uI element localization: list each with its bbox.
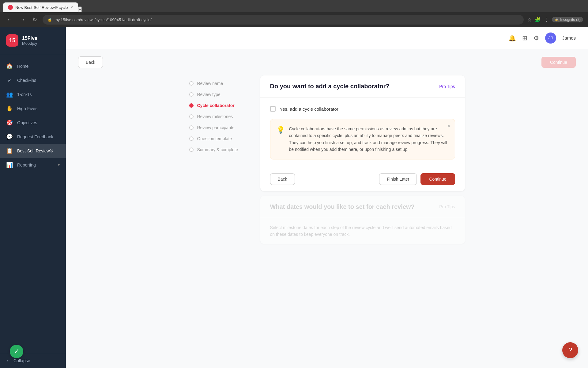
- active-tab[interactable]: New Best-Self Review® cycle ×: [3, 2, 78, 12]
- card-header-milestones: What dates would you like to set for eac…: [260, 196, 465, 218]
- request-feedback-icon: 💬: [6, 133, 13, 140]
- sidebar-label-home: Home: [17, 64, 28, 69]
- incognito-label: Incognito (2): [560, 17, 581, 22]
- top-nav-row: Back Continue: [78, 56, 576, 68]
- collapse-button[interactable]: ← Collapse: [6, 358, 60, 363]
- step-label-review-name: Review name: [197, 81, 223, 86]
- checkbox-label-collaborator: Yes, add a cycle collaborator: [280, 106, 338, 112]
- cycle-collaborator-card: Do you want to add a cycle collaborator?…: [260, 75, 465, 191]
- step-dot-review-participants: [189, 125, 194, 130]
- tab-close-button[interactable]: ×: [70, 5, 73, 10]
- objectives-icon: 🎯: [6, 119, 13, 126]
- browser-right-icons: ☆ 🧩 ⋮ 🕵 Incognito (2): [527, 17, 583, 23]
- step-label-cycle-collaborator: Cycle collaborator: [197, 103, 235, 108]
- app-container: 15 15Five Moodjoy 🏠 Home ✓ Check-ins 👥 1…: [0, 27, 588, 368]
- sidebar-item-1on1s[interactable]: 👥 1-on-1s: [0, 87, 66, 102]
- bookmark-icon[interactable]: ☆: [527, 17, 532, 23]
- incognito-badge: 🕵 Incognito (2): [552, 17, 583, 22]
- step-dot-review-type: [189, 92, 194, 97]
- sidebar-label-best-self-review: Best-Self Review®: [17, 148, 53, 153]
- step-dot-question-template: [189, 136, 194, 141]
- notification-icon[interactable]: 🔔: [508, 34, 516, 42]
- sidebar-item-checkins[interactable]: ✓ Check-ins: [0, 73, 66, 87]
- sidebar-item-request-feedback[interactable]: 💬 Request Feedback: [0, 130, 66, 144]
- tab-title: New Best-Self Review® cycle: [15, 5, 68, 10]
- card-title-milestones: What dates would you like to set for eac…: [270, 203, 415, 210]
- sidebar-label-1on1s: 1-on-1s: [17, 92, 32, 97]
- pro-tips-link[interactable]: Pro Tips: [439, 84, 455, 89]
- card-header-collaborator: Do you want to add a cycle collaborator?…: [260, 75, 465, 98]
- org-name: Moodjoy: [22, 41, 37, 46]
- sidebar-logo: 15 15Five Moodjoy: [0, 27, 66, 54]
- step-label-summary-complete: Summary & complete: [197, 147, 238, 152]
- grid-icon[interactable]: ⊞: [522, 34, 527, 42]
- sidebar-item-high-fives[interactable]: ✋ High Fives: [0, 102, 66, 116]
- card-body-collaborator: Yes, add a cycle collaborator 💡 Cycle co…: [260, 98, 465, 167]
- menu-icon[interactable]: ⋮: [544, 17, 549, 23]
- home-icon: 🏠: [6, 63, 13, 70]
- sidebar-logo-text: 15Five Moodjoy: [22, 36, 37, 46]
- step-summary-complete[interactable]: Summary & complete: [189, 144, 251, 155]
- step-label-question-template: Question template: [197, 136, 232, 141]
- info-close-button[interactable]: ×: [447, 123, 450, 129]
- page-area: Back Continue Review name Review type: [66, 49, 588, 368]
- sidebar-label-objectives: Objectives: [17, 120, 37, 125]
- add-collaborator-checkbox[interactable]: [270, 106, 276, 112]
- user-initials: JJ: [548, 36, 553, 40]
- reporting-chevron: ▾: [58, 163, 60, 167]
- settings-icon[interactable]: ⚙: [533, 34, 539, 42]
- sidebar-label-reporting: Reporting: [17, 163, 36, 167]
- step-review-participants[interactable]: Review participants: [189, 122, 251, 133]
- action-buttons: Finish Later Continue: [379, 173, 455, 185]
- sidebar-item-reporting[interactable]: 📊 Reporting ▾: [0, 158, 66, 172]
- support-button[interactable]: ?: [562, 342, 578, 358]
- top-back-button[interactable]: Back: [78, 56, 103, 68]
- checkbox-option-collaborator: Yes, add a cycle collaborator: [270, 105, 455, 113]
- browser-tabs: New Best-Self Review® cycle × +: [0, 0, 588, 12]
- app-logo-icon: 15: [6, 34, 18, 47]
- step-dot-cycle-collaborator: [189, 103, 194, 108]
- url-text: my.15five.com/reviews/cycles/1090451/edi…: [55, 17, 152, 22]
- new-tab-button[interactable]: +: [78, 6, 82, 12]
- green-check-badge[interactable]: ✓: [10, 345, 23, 358]
- browser-toolbar: ← → ↻ 🔒 my.15five.com/reviews/cycles/109…: [0, 12, 588, 27]
- wizard-container: Review name Review type Cycle collaborat…: [189, 75, 465, 244]
- sidebar-label-checkins: Check-ins: [17, 78, 36, 83]
- step-label-review-participants: Review participants: [197, 125, 234, 130]
- browser-chrome: New Best-Self Review® cycle × + ← → ↻ 🔒 …: [0, 0, 588, 27]
- lightbulb-icon: 💡: [277, 126, 285, 153]
- step-dot-review-name: [189, 81, 194, 86]
- card-title-collaborator: Do you want to add a cycle collaborator?: [270, 83, 390, 90]
- extensions-icon[interactable]: 🧩: [535, 17, 541, 23]
- wizard-main: Do you want to add a cycle collaborator?…: [260, 75, 465, 244]
- finish-later-button[interactable]: Finish Later: [379, 173, 417, 185]
- step-cycle-collaborator[interactable]: Cycle collaborator: [189, 100, 251, 111]
- sidebar-item-home[interactable]: 🏠 Home: [0, 59, 66, 73]
- step-review-name[interactable]: Review name: [189, 78, 251, 89]
- collapse-label: Collapse: [13, 358, 30, 363]
- step-dot-review-milestones: [189, 114, 194, 119]
- sidebar-label-request-feedback: Request Feedback: [17, 134, 53, 139]
- lock-icon: 🔒: [47, 17, 52, 22]
- 1on1s-icon: 👥: [6, 91, 13, 98]
- sidebar-bottom: ← Collapse: [0, 353, 66, 368]
- step-label-review-type: Review type: [197, 92, 221, 97]
- user-avatar: JJ: [545, 33, 556, 44]
- user-name: James: [562, 35, 576, 40]
- reload-button[interactable]: ↻: [31, 15, 39, 24]
- milestones-card: What dates would you like to set for eac…: [260, 196, 465, 244]
- forward-nav-button[interactable]: →: [18, 15, 27, 24]
- back-button[interactable]: Back: [270, 173, 295, 185]
- sidebar: 15 15Five Moodjoy 🏠 Home ✓ Check-ins 👥 1…: [0, 27, 66, 368]
- back-nav-button[interactable]: ←: [5, 15, 14, 24]
- step-review-type[interactable]: Review type: [189, 89, 251, 100]
- address-bar[interactable]: 🔒 my.15five.com/reviews/cycles/1090451/e…: [43, 15, 524, 25]
- step-dot-summary-complete: [189, 148, 194, 152]
- step-question-template[interactable]: Question template: [189, 133, 251, 144]
- step-review-milestones[interactable]: Review milestones: [189, 111, 251, 122]
- top-bar: 🔔 ⊞ ⚙ JJ James: [66, 27, 588, 49]
- sidebar-item-best-self-review[interactable]: 📋 Best-Self Review®: [0, 144, 66, 158]
- sidebar-item-objectives[interactable]: 🎯 Objectives: [0, 116, 66, 130]
- info-box-collaborator: 💡 Cycle collaborators have the same perm…: [270, 119, 455, 159]
- continue-button[interactable]: Continue: [420, 173, 455, 185]
